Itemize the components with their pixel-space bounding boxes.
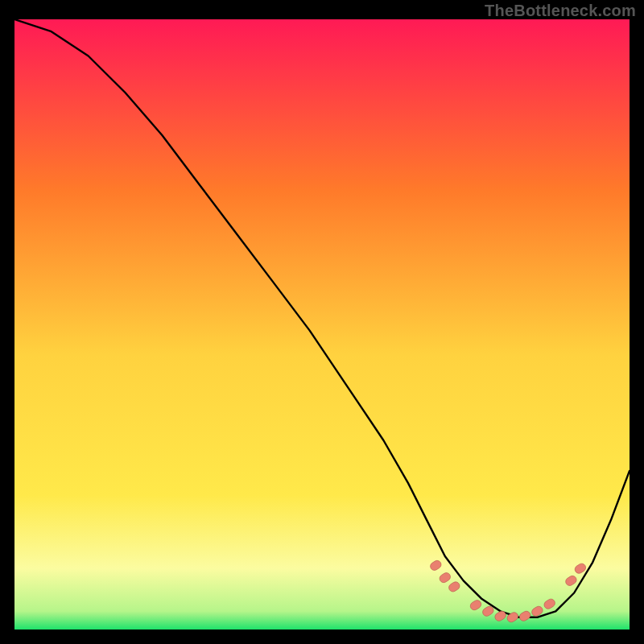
watermark-text: TheBottleneck.com: [485, 2, 636, 20]
chart-frame: TheBottleneck.com: [0, 0, 644, 644]
plot-area: [14, 19, 630, 630]
gradient-background: [14, 19, 630, 630]
chart-svg: [14, 19, 630, 630]
